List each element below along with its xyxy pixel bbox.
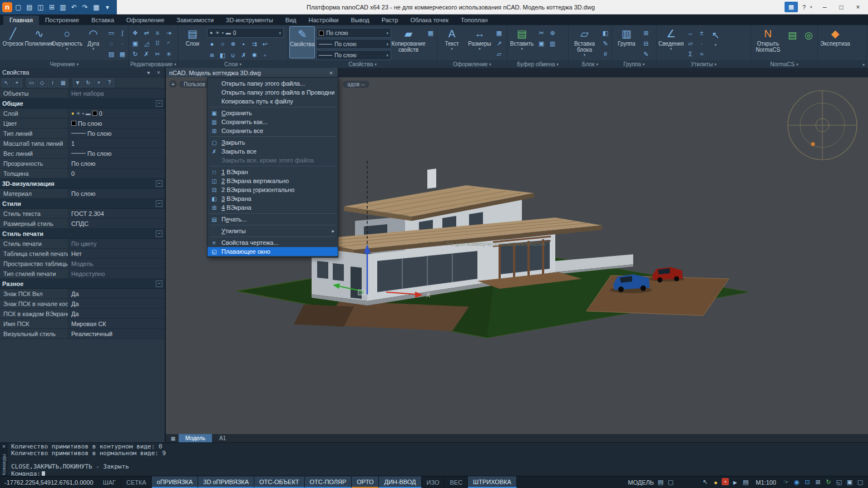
create-group-icon[interactable]: ⊞ [641,28,651,38]
menu-item[interactable]: ⊟2 ВЭкрана горизонтально [208,185,338,194]
normacs-button[interactable]: NОткрыть NormaCS [752,26,783,58]
ribbon-tab-0[interactable]: Главная [3,16,39,25]
text-button[interactable]: AТекст▾ [438,26,465,58]
model-space-label[interactable]: МОДЕЛЬ [628,479,654,486]
toggle-3d-опривязка[interactable]: 3D оПРИВЯЗКА [198,476,254,488]
zoom-win-icon[interactable]: ⊡ [803,478,812,487]
lock-s-icon[interactable]: ▣ [845,478,854,487]
menu-item[interactable]: Открыть папку этого файла... [208,79,338,88]
layers-button[interactable]: ▤Слои [179,26,206,58]
toggle-шаг[interactable]: ШАГ [98,476,121,488]
sheet-tab-1[interactable]: А1 [213,434,233,442]
erase-icon[interactable]: ✗ [141,49,151,59]
property-section[interactable]: Стили− [0,199,165,209]
redo-icon[interactable]: ↷ [80,2,90,12]
layer-match-icon[interactable]: ⇉ [249,39,259,49]
block-editor-icon[interactable]: ✎ [600,38,610,48]
panel-pin-icon[interactable]: ▾ [145,70,152,76]
collapse-icon[interactable]: − [156,200,162,207]
ribbon-tab-7[interactable]: Настройки [303,16,345,25]
copy-icon[interactable]: ▣ [130,38,140,48]
toggle-изо[interactable]: ИЗО [422,476,445,488]
attributes-icon[interactable]: # [600,49,610,59]
property-value[interactable]: Нет набора [68,88,165,98]
clear-icon[interactable]: × [94,78,103,87]
property-value[interactable]: ГОСТ 2.304 [68,209,165,218]
leader-icon[interactable]: ↗ [494,38,504,48]
ribbon-tab-8[interactable]: Вывод [344,16,375,25]
bulbs-icon[interactable]: ● [711,478,720,487]
layer-prev-icon[interactable]: ↩ [260,39,270,49]
select-fence-icon[interactable]: ≀ [48,78,57,87]
command-history[interactable]: Количество примитивов в контурном виде: … [8,443,868,476]
ribbon-tab-4[interactable]: Зависимости [170,16,220,25]
calculator-icon[interactable]: ± [697,28,707,38]
quick-select-button[interactable]: ↖▾ [708,26,723,47]
help-caret-icon[interactable]: ▾ [810,5,816,9]
offset-icon[interactable]: ≡ [152,28,162,38]
toggle-вес[interactable]: ВЕС [445,476,468,488]
layer-merge-icon[interactable]: ∪ [228,50,238,60]
layer-off-icon[interactable]: ○ [218,39,228,49]
menu-item[interactable]: ▢Закрыть [208,138,338,147]
ribbon-tab-9[interactable]: Растр [376,16,405,25]
properties-button[interactable]: ✎Свойства [289,26,315,58]
cut-icon[interactable]: ✂ [536,28,546,38]
minimize-button[interactable]: – [817,1,832,13]
toggle-опривязка[interactable]: оПРИВЯЗКА [152,476,199,488]
paste-button[interactable]: ▤Вставить▾ [509,26,535,58]
property-value[interactable]: Да [68,299,165,308]
document-tab[interactable]: nCAD. Модель коттеджа 3D.dwg × [166,68,338,77]
save-file-icon[interactable]: ◫ [36,2,46,12]
copy-base-icon[interactable]: ⊕ [548,28,558,38]
property-value[interactable]: Реалистичный [68,329,165,338]
monitor-icon[interactable]: ▢ [856,478,865,487]
zoom-icon[interactable]: ◉ [792,478,801,487]
ellipse-icon[interactable]: ◌ [106,38,116,48]
menu-item[interactable]: Копировать путь к файлу [208,97,338,106]
menu-item[interactable]: ◫2 ВЭкрана вертикально [208,176,338,185]
property-value[interactable]: По слою [68,149,165,158]
property-value[interactable]: Модель [68,259,165,268]
menu-item[interactable]: ▤Печать... [208,215,338,224]
ungroup-icon[interactable]: ⊟ [641,38,651,48]
normacs-doc-button[interactable]: ▤ [785,26,800,42]
property-combo-0[interactable]: По слою▾ [316,28,391,38]
ribbon-group-label[interactable]: Группа▾ [612,60,656,68]
ui-icon[interactable]: ◱ [835,478,844,487]
paste-special-icon[interactable]: ▥ [548,38,558,48]
cycle-icon[interactable]: ↻ [83,78,93,87]
toggle-отс-поляр[interactable]: ОТС-ПОЛЯР [305,476,352,488]
property-value[interactable]: ●☀▪▬0 [68,109,165,118]
scale-indicator[interactable]: М1:100 [753,479,778,486]
copy-clip-icon[interactable]: ▣ [536,38,546,48]
ribbon-group-label[interactable]: Редактирование▾ [129,60,177,68]
collapse-icon[interactable]: − [156,100,162,107]
property-value[interactable]: По слою [68,189,165,198]
sheet-tab-0[interactable]: Модель [179,434,212,442]
ribbon-tab-10[interactable]: Облака точек [405,16,455,25]
layer-on-icon[interactable]: ● [207,39,217,49]
property-section[interactable]: Стиль печати− [0,229,165,239]
create-block-icon[interactable]: ◧ [600,28,610,38]
explode-icon[interactable]: ✳ [164,49,174,59]
ribbon-tab-11[interactable]: Топоплан [455,16,494,25]
maximize-button[interactable]: □ [834,1,849,13]
doc-icon[interactable]: ▤ [741,478,750,487]
layer-iso-icon[interactable]: ◧ [218,50,228,60]
customize-icon[interactable]: ▾ [102,2,112,12]
close-button[interactable]: × [850,1,866,13]
array-icon[interactable]: ⠿ [152,38,162,48]
select-window-icon[interactable]: ▭ [27,78,36,87]
region-icon[interactable]: ▦ [117,49,127,59]
ribbon-group-label[interactable]: Блок▾ [569,60,611,68]
property-value[interactable]: По слою [68,129,165,138]
scale-icon[interactable]: ◿ [141,38,151,48]
hatch-icon[interactable]: ▨ [106,49,116,59]
open-file-icon[interactable]: ▤ [24,2,34,12]
new-file-icon[interactable]: ▢ [13,2,23,12]
extend-icon[interactable]: ⇥ [164,28,174,38]
rotate-icon[interactable]: ↻ [130,49,140,59]
property-section[interactable]: Разное− [0,279,165,289]
table-icon[interactable]: ▦ [494,28,504,38]
